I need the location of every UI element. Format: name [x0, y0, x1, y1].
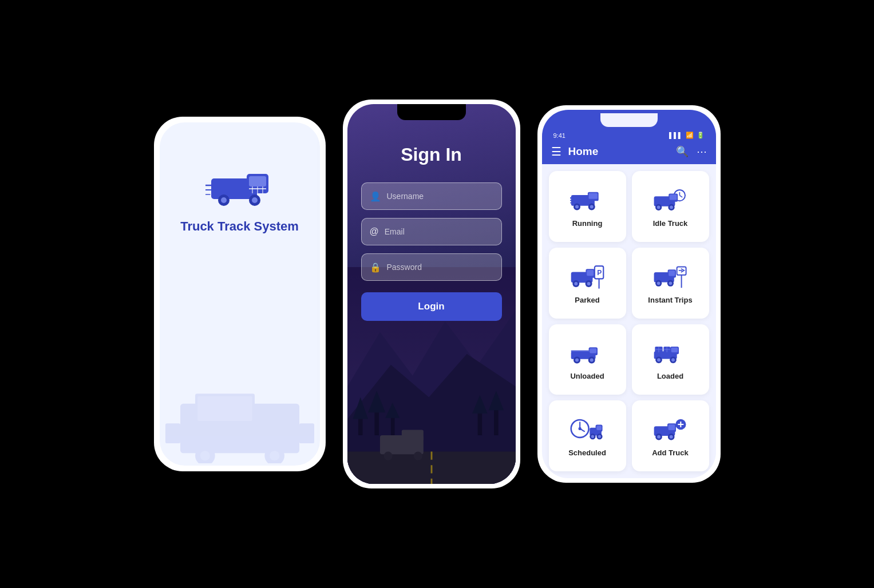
idle-icon	[653, 188, 687, 213]
addtruck-label: Add Truck	[652, 448, 689, 457]
phone2-notch	[397, 104, 466, 120]
grid-card-parked[interactable]: P Parked	[549, 248, 626, 319]
grid-card-addtruck[interactable]: Add Truck	[632, 400, 709, 471]
svg-line-55	[679, 196, 682, 197]
status-icons: ▌▌▌ 📶 🔋	[669, 132, 704, 139]
splash-logo-icon	[205, 168, 274, 209]
running-label: Running	[572, 219, 603, 228]
idle-label: Idle Truck	[653, 219, 688, 228]
grid-card-trips[interactable]: Instant Trips	[632, 248, 709, 319]
svg-rect-78	[669, 271, 675, 276]
svg-rect-93	[671, 347, 678, 352]
unloaded-icon	[570, 340, 604, 366]
grid-card-idle[interactable]: Idle Truck	[632, 171, 709, 242]
home-header: ☰ Home 🔍 ⋯	[542, 139, 716, 164]
trips-label: Instant Trips	[648, 296, 692, 304]
username-field[interactable]: 👤	[361, 182, 502, 210]
splash-title: Truck Track System	[180, 218, 299, 235]
status-bar: 9:41 ▌▌▌ 📶 🔋	[542, 127, 716, 139]
svg-point-82	[669, 282, 673, 285]
battery-icon: 🔋	[697, 132, 705, 139]
svg-line-107	[580, 428, 585, 431]
header-action-icons: 🔍 ⋯	[676, 145, 707, 158]
scene: Truck Track System	[131, 77, 744, 511]
svg-point-49	[590, 205, 594, 209]
svg-point-124	[670, 435, 673, 438]
grid-card-scheduled[interactable]: Scheduled	[549, 400, 626, 471]
svg-point-114	[598, 435, 601, 438]
wifi-icon: 📶	[686, 132, 694, 139]
email-input[interactable]	[385, 227, 493, 236]
notch-area	[542, 110, 716, 127]
svg-rect-120	[669, 424, 675, 430]
loaded-icon	[653, 340, 687, 366]
svg-point-47	[575, 205, 579, 209]
scheduled-label: Scheduled	[568, 448, 606, 457]
header-title: Home	[568, 145, 669, 158]
parked-icon: P	[570, 264, 604, 290]
svg-rect-11	[249, 176, 266, 186]
svg-point-122	[657, 435, 661, 438]
search-icon[interactable]: 🔍	[676, 145, 689, 158]
svg-rect-2	[197, 396, 252, 421]
login-button[interactable]: Login	[361, 292, 502, 321]
grid-card-unloaded[interactable]: Unloaded	[549, 324, 626, 395]
svg-point-87	[575, 358, 579, 361]
svg-point-112	[591, 435, 594, 438]
svg-point-19	[252, 197, 258, 203]
unloaded-label: Unloaded	[570, 372, 604, 380]
svg-point-80	[657, 282, 661, 285]
status-time: 9:41	[553, 132, 565, 139]
svg-rect-90	[571, 350, 590, 352]
svg-point-70	[574, 282, 578, 285]
svg-rect-7	[165, 424, 180, 444]
svg-point-62	[670, 206, 673, 209]
menu-icon[interactable]: ☰	[551, 145, 561, 158]
svg-point-6	[269, 451, 279, 460]
splash-screen: Truck Track System	[160, 122, 320, 466]
user-icon: 👤	[370, 191, 381, 202]
home-screen: 9:41 ▌▌▌ 📶 🔋 ☰ Home 🔍 ⋯	[542, 110, 716, 478]
signin-screen: Sign In 👤 @ 🔒 Login	[347, 104, 516, 484]
phone-splash: Truck Track System	[154, 117, 326, 471]
email-field[interactable]: @	[361, 218, 502, 245]
password-field[interactable]: 🔒	[361, 253, 502, 281]
svg-point-95	[657, 358, 661, 361]
svg-rect-45	[589, 193, 598, 199]
grid-card-loaded[interactable]: Loaded	[632, 324, 709, 395]
svg-rect-68	[587, 270, 594, 276]
svg-point-89	[590, 358, 594, 361]
grid-card-running[interactable]: Running	[549, 171, 626, 242]
svg-point-17	[221, 197, 227, 203]
home-grid: Running	[542, 164, 716, 478]
signal-icon: ▌▌▌	[669, 132, 682, 139]
home-notch	[600, 113, 658, 127]
signin-form-area: Sign In 👤 @ 🔒 Login	[347, 104, 516, 338]
more-icon[interactable]: ⋯	[697, 145, 707, 158]
svg-point-72	[587, 282, 591, 285]
svg-rect-85	[590, 348, 596, 353]
trips-icon	[653, 264, 687, 290]
email-icon: @	[370, 227, 379, 237]
running-icon	[570, 188, 604, 213]
parked-label: Parked	[575, 296, 599, 304]
svg-point-97	[671, 358, 675, 361]
password-input[interactable]	[387, 263, 493, 272]
svg-point-4	[200, 451, 209, 460]
addtruck-icon	[653, 417, 687, 443]
username-input[interactable]	[387, 192, 493, 201]
scheduled-icon	[570, 417, 604, 443]
signin-title: Sign In	[401, 144, 462, 165]
svg-rect-110	[596, 426, 602, 430]
phone-home: 9:41 ▌▌▌ 📶 🔋 ☰ Home 🔍 ⋯	[537, 105, 721, 483]
phone-signin: Sign In 👤 @ 🔒 Login	[343, 100, 520, 488]
lock-icon: 🔒	[370, 262, 381, 273]
svg-point-60	[657, 206, 661, 209]
bg-truck-icon	[165, 384, 314, 463]
svg-rect-58	[670, 194, 677, 200]
loaded-label: Loaded	[657, 372, 683, 380]
svg-rect-8	[299, 424, 314, 444]
svg-text:P: P	[597, 269, 602, 277]
